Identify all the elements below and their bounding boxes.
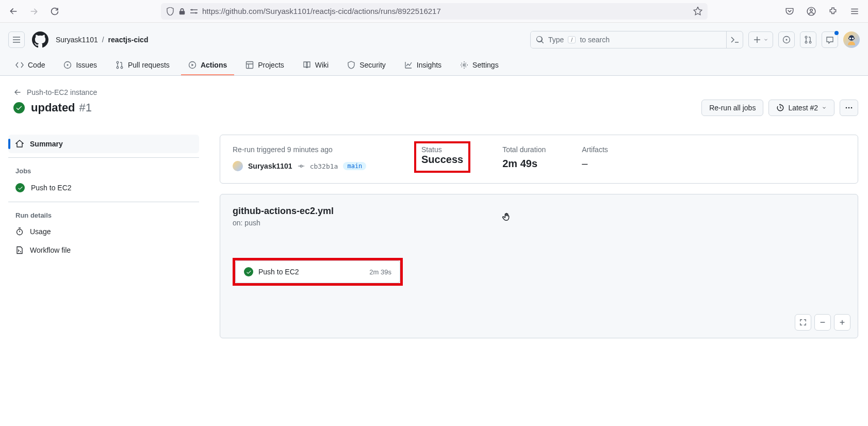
tab-issues[interactable]: Issues xyxy=(56,56,104,75)
job-duration: 2m 39s xyxy=(369,268,391,276)
sidebar: Summary Jobs Push to EC2 Run details Usa… xyxy=(8,135,199,338)
sidebar-item-workflow-file[interactable]: Workflow file xyxy=(8,241,199,259)
global-nav-menu-button[interactable] xyxy=(8,31,25,48)
browser-menu-icon[interactable] xyxy=(847,4,862,19)
command-palette-button[interactable] xyxy=(726,31,743,48)
search-input[interactable]: Type / to search xyxy=(531,31,727,48)
extensions-icon[interactable] xyxy=(826,4,840,19)
job-card-highlight: Push to EC2 2m 39s xyxy=(233,258,403,286)
workflow-file-name: github-actions-ec2.yml xyxy=(233,206,845,217)
svg-point-17 xyxy=(121,67,123,69)
search-suffix: to search xyxy=(580,36,610,44)
create-new-button[interactable] xyxy=(748,31,773,48)
home-icon xyxy=(15,140,24,148)
caret-down-icon xyxy=(822,105,827,110)
run-title: updated #1 xyxy=(31,101,92,114)
browser-back-button[interactable] xyxy=(6,4,21,19)
job-card[interactable]: Push to EC2 2m 39s xyxy=(235,260,400,283)
workflow-graph-panel[interactable]: github-actions-ec2.yml on: push Push to … xyxy=(220,194,858,338)
shield-icon xyxy=(166,7,174,15)
job-name: Push to EC2 xyxy=(258,268,364,276)
artifacts-label: Artifacts xyxy=(582,145,608,154)
breadcrumb-owner[interactable]: Suryask1101 xyxy=(56,36,98,44)
fullscreen-button[interactable] xyxy=(795,314,811,331)
page-content: Push-to-EC2 instance updated #1 Re-run a… xyxy=(0,76,866,351)
kebab-icon xyxy=(845,104,853,112)
run-status-icon xyxy=(13,102,25,113)
github-logo[interactable] xyxy=(32,31,48,48)
file-icon xyxy=(15,246,24,254)
user-avatar[interactable] xyxy=(843,31,860,48)
svg-point-20 xyxy=(463,64,465,66)
run-meta-box: Re-run triggered 9 minutes ago Suryask11… xyxy=(220,135,858,184)
tab-wiki[interactable]: Wiki xyxy=(296,56,336,75)
sidebar-item-job[interactable]: Push to EC2 xyxy=(8,178,199,198)
zoom-in-button[interactable] xyxy=(834,314,850,331)
svg-rect-19 xyxy=(247,62,253,69)
search-kbd: / xyxy=(568,36,576,43)
tab-actions[interactable]: Actions xyxy=(181,56,234,75)
browser-toolbar: https://github.com/Suryask1101/reactjs-c… xyxy=(0,0,868,23)
browser-forward-button[interactable] xyxy=(27,4,41,19)
search-icon xyxy=(536,36,544,44)
svg-point-16 xyxy=(117,67,119,69)
svg-point-5 xyxy=(786,39,788,41)
duration-value[interactable]: 2m 49s xyxy=(502,158,546,170)
permissions-icon xyxy=(190,7,198,15)
browser-reload-button[interactable] xyxy=(47,4,62,19)
duration-label: Total duration xyxy=(502,145,546,154)
svg-point-3 xyxy=(810,9,813,11)
breadcrumb-sep: / xyxy=(102,36,104,44)
status-highlight: Status Success xyxy=(414,141,470,173)
workflow-back-text: Push-to-EC2 instance xyxy=(27,88,97,96)
artifacts-value: – xyxy=(582,158,608,170)
account-icon[interactable] xyxy=(804,4,818,19)
latest-run-button[interactable]: Latest #2 xyxy=(768,100,834,116)
svg-point-7 xyxy=(805,41,807,43)
actor-name[interactable]: Suryask1101 xyxy=(248,162,292,170)
tab-pulls[interactable]: Pull requests xyxy=(108,56,177,75)
job-status-icon xyxy=(15,183,25,192)
breadcrumb-repo[interactable]: reactjs-cicd xyxy=(108,36,149,44)
sidebar-item-summary[interactable]: Summary xyxy=(8,135,199,153)
url-text: https://github.com/Suryask1101/reactjs-c… xyxy=(202,7,689,15)
svg-point-22 xyxy=(848,107,850,109)
pull-requests-button[interactable] xyxy=(800,31,816,48)
svg-point-6 xyxy=(805,36,807,38)
workflow-back-link[interactable]: Push-to-EC2 instance xyxy=(8,88,858,96)
issues-button[interactable] xyxy=(778,31,795,48)
tab-code[interactable]: Code xyxy=(8,56,52,75)
search-prefix: Type xyxy=(548,36,564,44)
rerun-all-jobs-button[interactable]: Re-run all jobs xyxy=(701,100,763,116)
pocket-icon[interactable] xyxy=(782,4,797,19)
run-menu-button[interactable] xyxy=(840,100,858,116)
sidebar-heading-jobs: Jobs xyxy=(8,162,199,178)
commit-icon xyxy=(298,162,305,170)
svg-point-12 xyxy=(852,38,854,40)
divider xyxy=(8,202,199,202)
sidebar-item-usage[interactable]: Usage xyxy=(8,222,199,241)
sidebar-heading-details: Run details xyxy=(8,206,199,222)
tab-projects[interactable]: Projects xyxy=(238,56,291,75)
svg-point-21 xyxy=(846,107,847,109)
main: Re-run triggered 9 minutes ago Suryask11… xyxy=(220,135,858,338)
bookmark-star-icon[interactable] xyxy=(693,7,702,16)
search-container[interactable]: Type / to search xyxy=(530,31,743,48)
branch-tag[interactable]: main xyxy=(343,162,366,170)
status-value: Success xyxy=(421,154,463,166)
svg-point-15 xyxy=(117,61,119,63)
stopwatch-icon xyxy=(15,227,24,236)
breadcrumb: Suryask1101 / reactjs-cicd xyxy=(56,36,148,44)
actor-avatar[interactable] xyxy=(233,161,243,171)
commit-sha[interactable]: cb32b1a xyxy=(310,162,338,170)
notifications-button[interactable] xyxy=(822,31,838,48)
trigger-label: Re-run triggered 9 minutes ago xyxy=(233,145,382,154)
zoom-out-button[interactable] xyxy=(814,314,831,331)
tab-insights[interactable]: Insights xyxy=(397,56,449,75)
svg-point-8 xyxy=(809,41,811,43)
tab-settings[interactable]: Settings xyxy=(453,56,506,75)
arrow-left-icon xyxy=(13,88,22,96)
run-number: #1 xyxy=(79,101,92,114)
url-bar[interactable]: https://github.com/Suryask1101/reactjs-c… xyxy=(161,3,708,20)
tab-security[interactable]: Security xyxy=(340,56,393,75)
